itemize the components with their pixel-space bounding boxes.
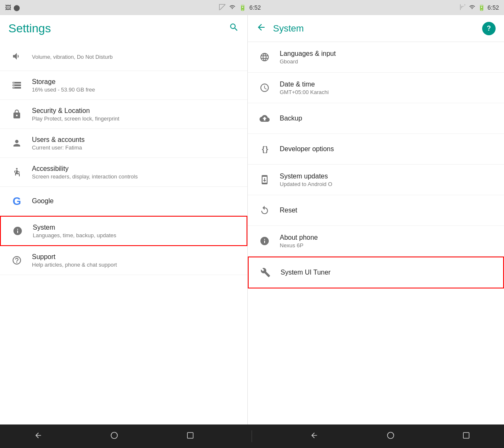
settings-item-users[interactable]: Users & accounts Current user: Fatima bbox=[0, 129, 247, 158]
signal-right-icon bbox=[459, 4, 466, 12]
svg-point-3 bbox=[387, 432, 394, 438]
settings-item-accessibility[interactable]: Accessibility Screen readers, display, i… bbox=[0, 158, 247, 187]
globe-icon bbox=[256, 49, 273, 65]
main-container: Settings Volume, vibration, Do Not Distu… bbox=[0, 15, 504, 424]
system-text: System Languages, time, backup, updates bbox=[33, 224, 238, 238]
users-subtitle: Current user: Fatima bbox=[32, 144, 239, 151]
right-item-updates[interactable]: System updates Updated to Android O bbox=[248, 165, 504, 195]
recents-nav-right[interactable] bbox=[452, 428, 480, 445]
system-title: System bbox=[33, 224, 238, 231]
settings-title: Settings bbox=[8, 22, 51, 35]
ui-tuner-title: System UI Tuner bbox=[281, 269, 495, 276]
wrench-icon bbox=[257, 264, 274, 281]
backup-icon bbox=[256, 110, 273, 127]
datetime-text: Date & time GMT+05:00 Karachi bbox=[280, 81, 496, 95]
info-circle-icon bbox=[256, 233, 273, 249]
battery-icon: 🔋 bbox=[239, 4, 246, 11]
backup-title: Backup bbox=[280, 115, 496, 122]
updates-text: System updates Updated to Android O bbox=[280, 173, 496, 187]
recents-nav-left[interactable] bbox=[176, 428, 204, 445]
right-item-reset[interactable]: Reset bbox=[248, 195, 504, 226]
ui-tuner-text: System UI Tuner bbox=[281, 269, 495, 276]
person-icon bbox=[8, 135, 25, 152]
datetime-title: Date & time bbox=[280, 81, 496, 88]
settings-list: Volume, vibration, Do Not Disturb Storag… bbox=[0, 42, 247, 424]
sound-subtitle: Volume, vibration, Do Not Disturb bbox=[32, 54, 239, 60]
reset-title: Reset bbox=[280, 207, 496, 214]
clock-icon bbox=[256, 79, 273, 96]
system-subtitle: Languages, time, backup, updates bbox=[33, 232, 238, 238]
svg-rect-2 bbox=[187, 432, 193, 438]
status-left: 🖼 ⬤ bbox=[5, 4, 20, 11]
wifi-icon bbox=[229, 4, 236, 11]
right-panel: System ? Languages & input Gboard bbox=[248, 15, 504, 424]
status-right: 🔋 6:52 bbox=[459, 4, 499, 12]
right-item-developer[interactable]: { } Developer options bbox=[248, 134, 504, 165]
back-nav-right[interactable] bbox=[300, 428, 328, 445]
home-nav-right[interactable] bbox=[376, 428, 405, 445]
right-item-backup[interactable]: Backup bbox=[248, 103, 504, 134]
google-title: Google bbox=[32, 197, 239, 205]
gallery-icon: 🖼 bbox=[5, 4, 11, 11]
accessibility-subtitle: Screen readers, display, interaction con… bbox=[32, 173, 239, 180]
code-icon: { } bbox=[256, 141, 273, 157]
languages-subtitle: Gboard bbox=[280, 58, 496, 65]
svg-point-1 bbox=[111, 432, 118, 438]
wifi-right-icon bbox=[469, 4, 475, 11]
right-item-about[interactable]: About phone Nexus 6P bbox=[248, 226, 504, 257]
right-item-languages[interactable]: Languages & input Gboard bbox=[248, 42, 504, 73]
updates-title: System updates bbox=[280, 173, 496, 180]
bottom-nav bbox=[0, 424, 504, 448]
security-text: Security & Location Play Protect, screen… bbox=[32, 107, 239, 122]
storage-text: Storage 16% used - 53.90 GB free bbox=[32, 78, 239, 93]
system-update-icon bbox=[256, 171, 273, 188]
nav-separator bbox=[252, 430, 252, 442]
google-text: Google bbox=[32, 197, 239, 205]
time-right: 6:52 bbox=[488, 4, 499, 11]
help-button[interactable]: ? bbox=[482, 22, 496, 35]
updates-subtitle: Updated to Android O bbox=[280, 181, 496, 187]
lock-icon bbox=[8, 106, 25, 123]
right-item-datetime[interactable]: Date & time GMT+05:00 Karachi bbox=[248, 73, 504, 103]
security-subtitle: Play Protect, screen lock, fingerprint bbox=[32, 115, 239, 122]
settings-item-sound[interactable]: Volume, vibration, Do Not Disturb bbox=[0, 42, 247, 71]
accessibility-icon bbox=[8, 164, 25, 181]
signal-icon bbox=[219, 4, 226, 12]
accessibility-text: Accessibility Screen readers, display, i… bbox=[32, 165, 239, 180]
info-icon bbox=[9, 223, 26, 239]
right-item-ui-tuner[interactable]: System UI Tuner bbox=[248, 257, 504, 288]
languages-text: Languages & input Gboard bbox=[280, 50, 496, 65]
support-subtitle: Help articles, phone & chat support bbox=[32, 262, 239, 268]
settings-item-support[interactable]: Support Help articles, phone & chat supp… bbox=[0, 246, 247, 275]
settings-item-storage[interactable]: Storage 16% used - 53.90 GB free bbox=[0, 71, 247, 100]
circle-status-icon: ⬤ bbox=[13, 4, 20, 11]
google-icon: G bbox=[8, 193, 25, 210]
battery-right-icon: 🔋 bbox=[478, 4, 485, 11]
settings-item-google[interactable]: G Google bbox=[0, 187, 247, 216]
storage-icon bbox=[8, 77, 25, 94]
users-title: Users & accounts bbox=[32, 136, 239, 144]
developer-text: Developer options bbox=[280, 145, 496, 153]
status-center: 🔋 6:52 bbox=[219, 4, 261, 12]
reset-text: Reset bbox=[280, 207, 496, 214]
backup-text: Backup bbox=[280, 115, 496, 122]
languages-title: Languages & input bbox=[280, 50, 496, 58]
accessibility-title: Accessibility bbox=[32, 165, 239, 173]
settings-item-security[interactable]: Security & Location Play Protect, screen… bbox=[0, 100, 247, 129]
left-panel: Settings Volume, vibration, Do Not Distu… bbox=[0, 15, 248, 424]
volume-icon bbox=[8, 48, 25, 65]
security-title: Security & Location bbox=[32, 107, 239, 115]
help-outline-icon bbox=[8, 252, 25, 269]
users-text: Users & accounts Current user: Fatima bbox=[32, 136, 239, 151]
time-left: 6:52 bbox=[249, 4, 261, 11]
back-button[interactable] bbox=[256, 22, 266, 35]
home-nav-left[interactable] bbox=[100, 428, 129, 445]
developer-title: Developer options bbox=[280, 145, 496, 153]
search-icon[interactable] bbox=[229, 22, 239, 35]
svg-point-0 bbox=[16, 168, 18, 170]
back-nav-left[interactable] bbox=[24, 428, 52, 445]
storage-title: Storage bbox=[32, 78, 239, 86]
support-text: Support Help articles, phone & chat supp… bbox=[32, 253, 239, 268]
settings-item-system[interactable]: System Languages, time, backup, updates bbox=[0, 216, 247, 246]
right-header: System ? bbox=[248, 15, 504, 42]
